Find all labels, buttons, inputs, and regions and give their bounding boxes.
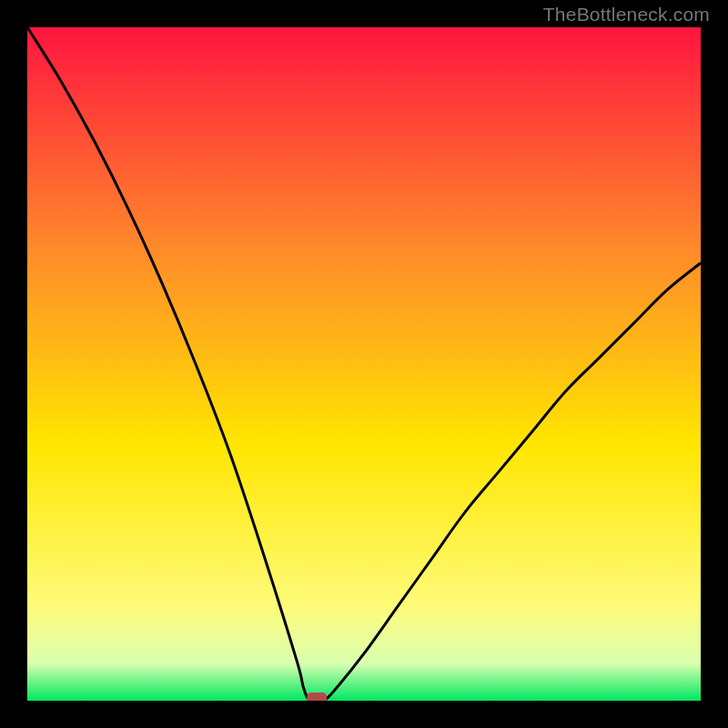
watermark-text: TheBottleneck.com — [543, 4, 710, 25]
chart-frame: TheBottleneck.com — [0, 0, 728, 728]
optimum-marker — [307, 693, 327, 701]
plot-area — [27, 27, 701, 701]
gradient-background — [27, 27, 701, 701]
bottleneck-chart — [27, 27, 701, 701]
